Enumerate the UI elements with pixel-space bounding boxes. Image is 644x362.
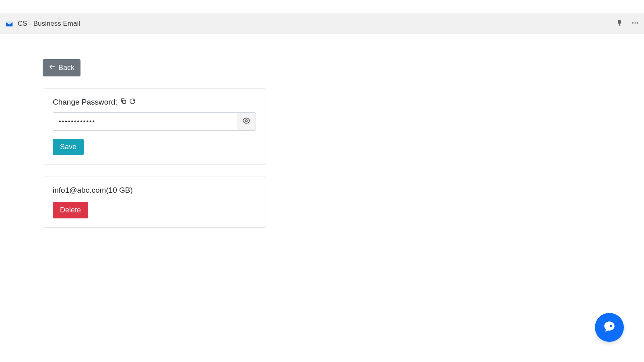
mail-icon xyxy=(5,19,14,28)
password-input-group xyxy=(53,112,256,131)
back-button-label: Back xyxy=(58,64,74,72)
account-info: info1@abc.com(10 GB) xyxy=(53,186,256,195)
account-card: info1@abc.com(10 GB) Delete xyxy=(43,177,266,228)
change-password-card: Change Password: xyxy=(43,88,266,165)
eye-icon xyxy=(242,117,250,126)
password-input[interactable] xyxy=(53,112,237,131)
save-button[interactable]: Save xyxy=(53,139,84,155)
main-content: Back Change Password: xyxy=(0,34,644,228)
header-left: CS - Business Email xyxy=(5,19,80,28)
window-chrome-spacer xyxy=(0,0,644,13)
password-label-row: Change Password: xyxy=(53,98,256,107)
chat-icon xyxy=(603,320,616,335)
back-button[interactable]: Back xyxy=(43,59,80,76)
svg-point-6 xyxy=(246,120,248,122)
account-quota: (10 GB) xyxy=(106,186,133,194)
svg-point-2 xyxy=(634,22,636,23)
account-email: info1@abc.com xyxy=(53,186,106,194)
refresh-icon[interactable] xyxy=(129,98,136,107)
svg-point-7 xyxy=(610,325,612,327)
pin-icon[interactable] xyxy=(616,19,623,28)
svg-point-1 xyxy=(632,22,634,23)
app-header: CS - Business Email xyxy=(0,13,644,34)
svg-rect-5 xyxy=(122,100,126,103)
header-right xyxy=(616,19,639,29)
toggle-password-visibility[interactable] xyxy=(237,112,256,131)
app-title: CS - Business Email xyxy=(18,20,80,28)
change-password-label: Change Password: xyxy=(53,98,118,107)
arrow-left-icon xyxy=(49,63,56,72)
delete-button[interactable]: Delete xyxy=(53,202,88,218)
chat-fab[interactable] xyxy=(595,313,624,342)
more-icon[interactable] xyxy=(631,19,639,29)
svg-point-3 xyxy=(637,22,638,23)
copy-icon[interactable] xyxy=(120,98,127,107)
